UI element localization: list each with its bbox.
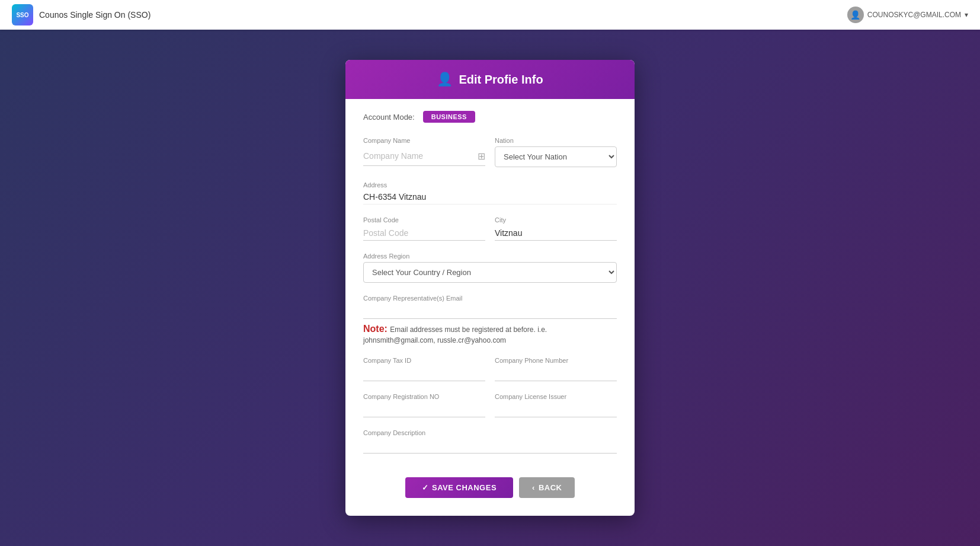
tax-phone-row: Company Tax ID Company Phone Number xyxy=(363,357,617,381)
address-region-label: Address Region xyxy=(363,253,617,260)
navbar-right: 👤 COUNOSKYC@GMAIL.COM ▾ xyxy=(847,7,968,23)
company-name-label: Company Name xyxy=(363,137,485,144)
account-mode-row: Account Mode: BUSINESS xyxy=(363,111,617,123)
navbar: SSO Counos Single Sign On (SSO) 👤 COUNOS… xyxy=(0,0,980,30)
company-desc-label: Company Description xyxy=(363,429,617,436)
back-arrow-icon: ‹ xyxy=(532,483,535,492)
company-license-input[interactable] xyxy=(495,403,617,417)
reg-license-row: Company Registration NO Company License … xyxy=(363,393,617,417)
company-reg-group: Company Registration NO xyxy=(363,393,485,417)
address-region-group: Address Region Select Your Country / Reg… xyxy=(363,253,617,283)
dropdown-arrow-icon[interactable]: ▾ xyxy=(965,11,968,19)
navbar-title: Counos Single Sign On (SSO) xyxy=(39,10,150,20)
modal-body: Account Mode: BUSINESS Company Name ⊞ Na… xyxy=(345,99,635,516)
address-value[interactable]: CH-6354 Vitznau xyxy=(363,190,617,205)
company-phone-label: Company Phone Number xyxy=(495,357,617,364)
company-desc-input[interactable] xyxy=(363,439,617,454)
company-rep-email-group: Company Representative(s) Email xyxy=(363,295,617,319)
address-section: Address CH-6354 Vitznau xyxy=(363,179,617,205)
postal-code-input[interactable] xyxy=(363,226,485,241)
company-name-group: Company Name ⊞ xyxy=(363,137,485,167)
address-label: Address xyxy=(363,181,387,189)
nation-select[interactable]: Select Your Nation xyxy=(495,146,617,167)
company-nation-row: Company Name ⊞ Nation Select Your Nation xyxy=(363,137,617,167)
user-avatar-icon: 👤 xyxy=(847,7,864,23)
company-tax-id-input[interactable] xyxy=(363,366,485,381)
save-changes-button[interactable]: ✓ SAVE CHANGES xyxy=(405,477,514,498)
city-group: City xyxy=(495,216,617,241)
edit-profile-modal: 👤 Edit Profie Info Account Mode: BUSINES… xyxy=(345,60,635,516)
modal-header: 👤 Edit Profie Info xyxy=(345,60,635,99)
edit-profile-icon: 👤 xyxy=(437,72,453,87)
company-rep-email-input[interactable] xyxy=(363,304,617,319)
navbar-left: SSO Counos Single Sign On (SSO) xyxy=(12,4,150,25)
postal-code-label: Postal Code xyxy=(363,216,485,223)
user-email: COUNOSKYC@GMAIL.COM xyxy=(867,11,961,19)
note-text: Email addresses must be registered at be… xyxy=(363,325,547,344)
nation-group: Nation Select Your Nation xyxy=(495,137,617,167)
company-tax-id-label: Company Tax ID xyxy=(363,357,485,364)
nation-label: Nation xyxy=(495,137,617,144)
postal-code-group: Postal Code xyxy=(363,216,485,241)
back-label: BACK xyxy=(539,483,562,492)
back-button[interactable]: ‹ BACK xyxy=(519,477,575,498)
company-tax-id-group: Company Tax ID xyxy=(363,357,485,381)
note-row: Note: Email addresses must be registered… xyxy=(363,324,617,345)
company-phone-group: Company Phone Number xyxy=(495,357,617,381)
save-changes-label: SAVE CHANGES xyxy=(432,483,497,492)
checkmark-icon: ✓ xyxy=(422,483,429,492)
postal-city-row: Postal Code City xyxy=(363,216,617,241)
company-name-input[interactable] xyxy=(363,149,478,163)
business-badge: BUSINESS xyxy=(423,111,475,123)
company-reg-input[interactable] xyxy=(363,403,485,417)
city-label: City xyxy=(495,216,617,223)
note-prefix: Note: xyxy=(363,324,387,334)
account-mode-label: Account Mode: xyxy=(363,113,415,122)
button-row: ✓ SAVE CHANGES ‹ BACK xyxy=(363,477,617,498)
address-region-select[interactable]: Select Your Country / Region xyxy=(363,262,617,283)
company-phone-input[interactable] xyxy=(495,366,617,381)
modal-title: Edit Profie Info xyxy=(459,73,543,87)
company-desc-group: Company Description xyxy=(363,429,617,463)
company-reg-label: Company Registration NO xyxy=(363,393,485,400)
company-license-label: Company License Issuer xyxy=(495,393,617,400)
company-name-input-wrapper: ⊞ xyxy=(363,146,485,166)
company-name-icon: ⊞ xyxy=(478,151,485,162)
company-license-group: Company License Issuer xyxy=(495,393,617,417)
logo: SSO xyxy=(12,4,33,25)
main-area: 👤 Edit Profie Info Account Mode: BUSINES… xyxy=(0,30,980,546)
city-input[interactable] xyxy=(495,226,617,241)
company-rep-email-label: Company Representative(s) Email xyxy=(363,295,617,302)
